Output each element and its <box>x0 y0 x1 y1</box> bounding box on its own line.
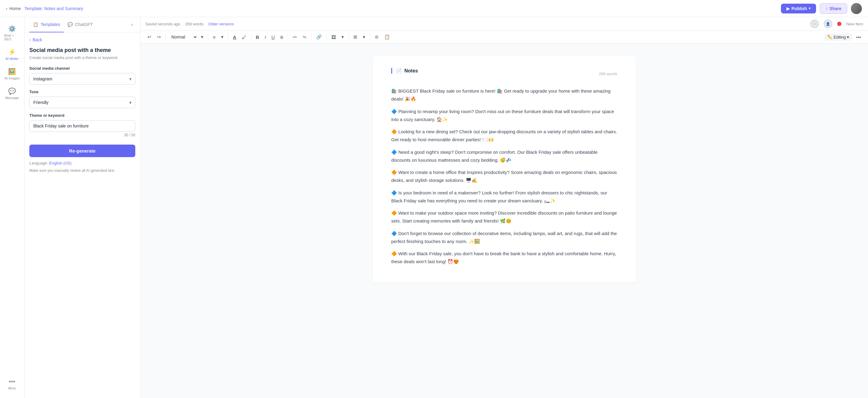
status-bar: Saved seconds ago 269 words Older versio… <box>141 17 868 31</box>
image-button[interactable]: 🖼 <box>329 33 338 41</box>
paragraph-5: 🔶 Want to create a home office that insp… <box>391 168 617 184</box>
toolbar-right: ✏️ Editing ▾ ••• <box>824 33 863 41</box>
social-channel-field: Social media channel Instagram Twitter F… <box>29 66 135 85</box>
templates-icon: 📋 <box>33 22 38 27</box>
copy-format-button[interactable]: 📋 <box>382 33 392 41</box>
highlight-button[interactable]: 🖊 <box>240 33 249 41</box>
chevron-down-button[interactable]: ▾ <box>199 33 206 41</box>
top-bar-right: ▶ Publish ▾ ↑ Share <box>781 3 862 14</box>
tab-chatgpt[interactable]: 💬 ChatGPT <box>64 17 96 32</box>
tone-field: Tone Friendly Professional Casual Formal… <box>29 90 135 108</box>
tab-label: Templates <box>41 22 60 27</box>
regenerate-label: Re-generate <box>69 148 96 153</box>
more-options-button[interactable]: ••• <box>854 33 863 41</box>
breadcrumb: Template: Notes and Summary <box>25 6 83 11</box>
style-select[interactable]: Normal Heading 1 Heading 2 Heading 3 <box>168 33 197 41</box>
sidebar-item-ai-writer[interactable]: ⚡ AI Writer <box>2 45 23 64</box>
redo-button[interactable]: ↪ <box>155 33 163 41</box>
sidebar-item-message[interactable]: 💬 Message <box>2 84 23 103</box>
publish-label: Publish <box>792 6 807 11</box>
editor-toolbar: ↩ ↪ Normal Heading 1 Heading 2 Heading 3… <box>141 31 868 44</box>
saved-status: Saved seconds ago <box>145 22 180 26</box>
older-versions-link[interactable]: Older versions <box>208 22 234 26</box>
doc-content[interactable]: 🛍️ BIGGEST Black Friday sale on furnitur… <box>391 87 617 266</box>
share-icon: ↑ <box>826 6 828 11</box>
image-chevron-button[interactable]: ▾ <box>339 33 346 41</box>
back-chevron-icon: ‹ <box>29 37 31 42</box>
sidebar-item-ai-images[interactable]: 🖼️ AI Images <box>2 65 23 83</box>
chevron-down-icon: ▾ <box>847 35 849 39</box>
editing-label: Editing <box>834 35 846 39</box>
language-link[interactable]: English (US) <box>49 161 71 165</box>
bullet-list-button[interactable]: ≔ <box>290 33 299 41</box>
theme-field: Theme or keyword 30 / 50 <box>29 113 135 137</box>
new-item-label: New Item <box>846 22 863 26</box>
home-link[interactable]: ‹ Home <box>6 6 21 11</box>
paragraph-1: 🛍️ BIGGEST Black Friday sale on furnitur… <box>391 87 617 103</box>
top-bar-left: ‹ Home Template: Notes and Summary <box>6 6 83 11</box>
tab-templates[interactable]: 📋 Templates <box>29 17 64 32</box>
sidebar-item-label: More <box>8 387 16 390</box>
sidebar-item-brief-seo[interactable]: ⚙️ Brief + SEO <box>2 22 23 44</box>
notes-icon: 📄 <box>396 68 402 74</box>
underline-button[interactable]: U <box>269 33 277 41</box>
panel-tabs: 📋 Templates 💬 ChatGPT ‹ <box>25 17 140 32</box>
chatgpt-icon: 💬 <box>67 22 73 27</box>
collaborator-avatar-2: 👤 <box>824 20 832 28</box>
language-row: Language: English (US) <box>29 161 135 165</box>
editor-document: 📄 Notes 269 words 🛍️ BIGGEST Black Frida… <box>373 56 636 282</box>
numbered-list-button[interactable]: ≒ <box>301 33 309 41</box>
panel-content: ‹ Back Social media post with a theme Cr… <box>25 32 140 398</box>
ai-images-icon: 🖼️ <box>8 68 16 75</box>
doc-header: 📄 Notes 269 words <box>391 68 617 80</box>
breadcrumb-prefix: Template: <box>25 6 43 11</box>
sidebar-item-more[interactable]: ••• More <box>2 375 23 393</box>
doc-section-title: 📄 Notes <box>396 68 418 74</box>
breadcrumb-name: Notes and Summary <box>44 6 83 11</box>
publish-button[interactable]: ▶ Publish ▾ <box>781 4 816 13</box>
tone-select[interactable]: Friendly Professional Casual Formal Humo… <box>29 96 135 108</box>
clear-format-button[interactable]: ⊘ <box>373 33 381 41</box>
language-label: Language: <box>29 161 48 165</box>
tone-select-wrapper: Friendly Professional Casual Formal Humo… <box>29 96 135 108</box>
main-layout: ⚙️ Brief + SEO ⚡ AI Writer 🖼️ AI Images … <box>0 17 868 398</box>
regenerate-button[interactable]: Re-generate <box>29 145 135 157</box>
brief-seo-icon: ⚙️ <box>8 25 16 32</box>
table-button[interactable]: ⊞ <box>351 33 360 41</box>
table-chevron-button[interactable]: ▾ <box>361 33 367 41</box>
share-button[interactable]: ↑ Share <box>820 3 847 14</box>
back-button[interactable]: ‹ Back <box>29 37 135 42</box>
panel-title: Social media post with a theme <box>29 47 135 54</box>
message-icon: 💬 <box>8 87 16 95</box>
theme-label: Theme or keyword <box>29 113 135 118</box>
social-channel-select[interactable]: Instagram Twitter Facebook LinkedIn TikT… <box>29 73 135 85</box>
paragraph-4: 🔷 Need a good night's sleep? Don't compr… <box>391 148 617 165</box>
publish-icon: ▶ <box>786 6 790 11</box>
chevron-down-icon: ▾ <box>809 6 811 10</box>
align-button[interactable]: ≡ <box>211 33 218 41</box>
link-button[interactable]: 🔗 <box>314 33 324 41</box>
theme-input[interactable] <box>29 120 135 132</box>
sidebar-item-label: Message <box>5 96 19 100</box>
strikethrough-button[interactable]: S <box>278 33 285 41</box>
share-label: Share <box>830 6 841 11</box>
bold-button[interactable]: B <box>254 33 261 41</box>
more-icon: ••• <box>9 378 15 385</box>
panel-collapse-button[interactable]: ‹ <box>129 19 135 30</box>
editor-body: 📄 Notes 269 words 🛍️ BIGGEST Black Frida… <box>141 44 868 398</box>
recording-indicator <box>837 22 841 26</box>
editor-area: Saved seconds ago 269 words Older versio… <box>141 17 868 398</box>
editing-mode-badge[interactable]: ✏️ Editing ▾ <box>824 34 852 41</box>
paragraph-2: 🔷 Planning to revamp your living room? D… <box>391 108 617 124</box>
sidebar-item-label: AI Writer <box>5 57 19 60</box>
chevron-align-button[interactable]: ▾ <box>219 33 226 41</box>
top-bar: ‹ Home Template: Notes and Summary ▶ Pub… <box>0 0 868 17</box>
text-color-button[interactable]: A <box>231 33 239 41</box>
home-label: Home <box>9 6 21 11</box>
ai-writer-icon: ⚡ <box>8 48 16 56</box>
social-channel-select-wrapper: Instagram Twitter Facebook LinkedIn TikT… <box>29 73 135 85</box>
ai-disclaimer: Make sure you manually review all AI gen… <box>29 168 135 173</box>
tab-label: ChatGPT <box>75 22 93 27</box>
undo-button[interactable]: ↩ <box>145 33 154 41</box>
italic-button[interactable]: I <box>262 33 268 41</box>
